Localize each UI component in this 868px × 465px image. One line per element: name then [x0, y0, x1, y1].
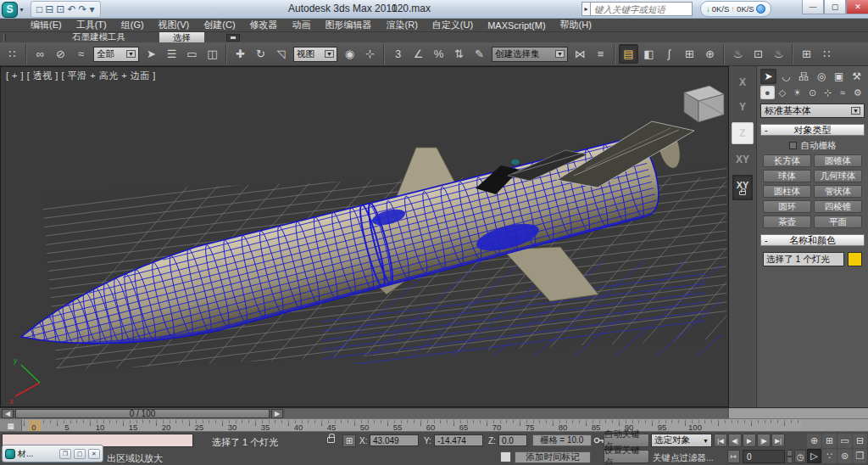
application-button[interactable]: S ▼ [2, 0, 27, 19]
material-editor-icon[interactable]: ⊕ [700, 44, 720, 64]
search-history-icon[interactable]: ▸ [581, 2, 591, 16]
edit-named-selection-sets-icon[interactable]: ✎ [470, 44, 489, 64]
curve-editor-icon[interactable]: ∫ [659, 44, 679, 64]
selection-filter-dropdown[interactable]: 全部▼ [93, 47, 139, 62]
absolute-mode-icon[interactable]: ⊞ [342, 434, 356, 447]
unlink-selection-icon[interactable]: ⊘ [51, 44, 70, 64]
object-name-field[interactable]: 选择了 1 个灯光 [763, 252, 844, 266]
undo-icon[interactable]: ↶ [67, 2, 75, 17]
select-object-icon[interactable]: ➤ [142, 44, 161, 64]
zoom-all-icon[interactable]: ⊞ [822, 434, 837, 448]
axis-x-button[interactable]: X [732, 73, 753, 92]
menu-item[interactable]: 自定义(U) [432, 19, 473, 31]
new-scene-icon[interactable]: □ [36, 2, 42, 17]
motion-tab[interactable]: ◎ [813, 69, 829, 84]
object-color-swatch[interactable] [848, 252, 862, 266]
systems-subtab[interactable]: ⚙ [850, 86, 865, 99]
graphite-tools-label[interactable]: 石墨建模工具 [72, 31, 125, 43]
object-type-button[interactable]: 管状体 [814, 185, 862, 198]
manipulate-dots-icon[interactable]: ∷ [3, 44, 22, 64]
viewport-label[interactable]: [ + ] [ 透视 ] [ 平滑 + 高光 + 边面 ] [6, 70, 156, 82]
next-frame-arrow[interactable]: ▶ [271, 409, 283, 418]
grid-icon[interactable]: ⊞ [797, 44, 816, 64]
dots-cluster-icon[interactable]: ∷ [817, 44, 837, 64]
object-type-button[interactable]: 四棱锥 [814, 200, 862, 213]
object-type-button[interactable]: 平面 [814, 216, 862, 228]
frame-spinner[interactable] [787, 450, 793, 463]
object-type-button[interactable]: 茶壶 [763, 216, 811, 228]
menu-item[interactable]: 视图(V) [159, 19, 190, 31]
schematic-view-icon[interactable]: ⊞ [680, 44, 699, 64]
open-mini-curve-editor-icon[interactable]: ▦ [0, 419, 22, 432]
time-tag-icon[interactable] [500, 451, 511, 462]
select-and-scale-icon[interactable]: ◹ [271, 44, 291, 64]
use-pivot-point-center-icon[interactable]: ◉ [340, 44, 359, 64]
mirror-icon[interactable]: ⋈ [570, 44, 590, 64]
close-button[interactable]: ✕ [846, 0, 868, 14]
orbit-icon[interactable]: ⊚ [837, 449, 852, 463]
axis-z-button[interactable]: Z [732, 122, 754, 144]
primitive-category-dropdown[interactable]: 标准基本体▼ [760, 104, 865, 118]
autogrid-checkbox[interactable] [789, 142, 797, 149]
time-slider-track[interactable] [285, 409, 727, 418]
graphite-ribbon-toggle-icon[interactable]: ◧ [639, 44, 659, 64]
save-file-icon[interactable]: ⊡ [56, 2, 64, 17]
key-filters-button[interactable]: 关键点过滤器... [653, 452, 714, 464]
menu-item[interactable]: 修改器 [250, 19, 278, 31]
rollout-object-type[interactable]: - 对象类型 [760, 124, 865, 136]
y-coord-field[interactable]: -14.474 [434, 434, 483, 446]
menu-item[interactable]: 动画 [292, 19, 311, 31]
menu-item[interactable]: 图形编辑器 [326, 19, 372, 31]
search-input[interactable] [591, 2, 693, 16]
select-and-move-icon[interactable]: ✚ [231, 44, 250, 64]
track-bar[interactable]: ▦ 05101520253035404550556065707580859095… [0, 418, 868, 431]
select-and-manipulate-icon[interactable]: ⊹ [360, 44, 380, 64]
menu-item[interactable]: 帮助(H) [560, 19, 592, 31]
menu-item[interactable]: 组(G) [121, 19, 144, 31]
rectangular-selection-region-icon[interactable]: ▭ [182, 44, 202, 64]
close-icon[interactable]: ✕ [88, 449, 100, 459]
space-warps-subtab[interactable]: ≈ [836, 86, 850, 99]
helpers-subtab[interactable]: ⊹ [821, 86, 835, 99]
object-type-button[interactable]: 几何球体 [814, 170, 862, 182]
previous-frame-arrow[interactable]: ◀ [2, 409, 14, 418]
tab-selection[interactable]: 选择 [159, 32, 204, 42]
menu-item[interactable]: 渲染(R) [387, 19, 418, 31]
object-type-button[interactable]: 圆环 [763, 200, 811, 213]
maximize-viewport-toggle-icon[interactable]: ❒ [853, 449, 867, 463]
set-key-button[interactable]: 设置关键点 [604, 450, 649, 463]
selected-objects-dropdown[interactable]: 选定对象▼ [651, 434, 712, 447]
modify-tab[interactable]: ◡ [778, 69, 794, 84]
restore-icon[interactable]: ❐ [59, 449, 71, 459]
key-mode-toggle[interactable]: ↦ [727, 450, 740, 463]
render-production-icon[interactable]: ♨ [769, 44, 788, 64]
x-coord-field[interactable]: 43.049 [370, 434, 419, 446]
select-by-name-icon[interactable]: ☰ [162, 44, 181, 64]
named-selection-sets-dropdown[interactable]: 创建选择集▼ [492, 47, 568, 62]
minimized-material-editor-window[interactable]: 材... ❐ ▢ ✕ [2, 445, 103, 462]
utilities-tab[interactable]: ⚒ [849, 69, 865, 84]
qat-dropdown-icon[interactable]: ▾ [90, 2, 95, 17]
previous-frame-button[interactable]: ◀| [728, 434, 742, 447]
reference-coordinate-system-dropdown[interactable]: 视图▼ [293, 47, 337, 62]
menu-item[interactable]: 创建(C) [203, 19, 235, 31]
maximize-button[interactable]: ▢ [824, 0, 846, 14]
snap-toggle-3d-icon[interactable]: 3 [388, 44, 408, 64]
select-and-link-icon[interactable]: ∞ [31, 44, 50, 64]
object-type-button[interactable]: 球体 [763, 170, 811, 182]
align-icon[interactable]: ≡ [591, 44, 610, 64]
layer-manager-icon[interactable]: ▤ [619, 44, 638, 64]
object-type-button[interactable]: 圆柱体 [763, 185, 811, 198]
axis-xy-lock-button[interactable]: XY [732, 175, 753, 200]
lights-subtab[interactable]: ☀ [790, 86, 804, 99]
zoom-extents-all-icon[interactable]: ⊟ [853, 434, 867, 448]
z-coord-field[interactable]: 0.0 [498, 434, 527, 446]
cameras-subtab[interactable]: ⊙ [805, 86, 820, 99]
bind-to-space-warp-icon[interactable]: ≈ [71, 44, 91, 64]
render-setup-icon[interactable]: ♨ [728, 44, 748, 64]
walk-through-icon[interactable]: ∵ [822, 449, 837, 463]
play-button[interactable]: ▶ [743, 434, 756, 447]
hierarchy-tab[interactable]: 品 [796, 69, 812, 84]
geometry-subtab[interactable]: ● [760, 86, 775, 99]
region-zoom-icon[interactable]: ▷ [807, 449, 821, 463]
